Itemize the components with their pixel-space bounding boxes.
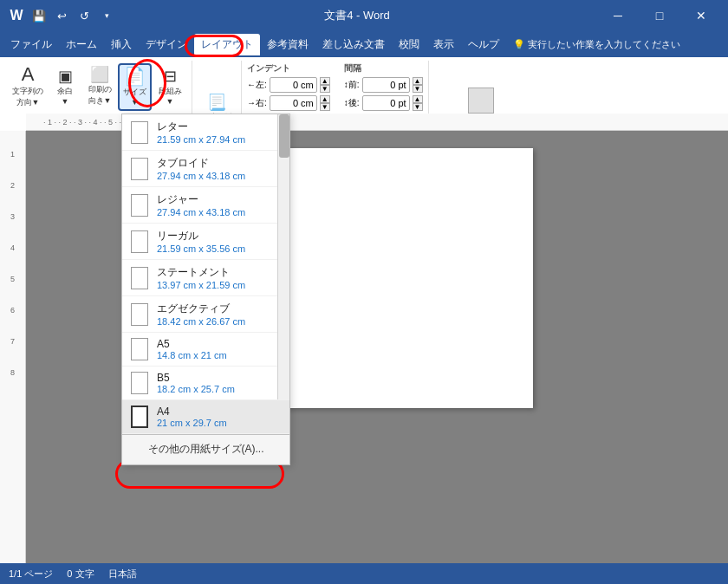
qat-dropdown-button[interactable]: ▾: [97, 6, 116, 25]
status-bar: 1/1 ページ 0 文字 日本語: [0, 563, 728, 584]
menu-view[interactable]: 表示: [426, 34, 461, 55]
size-item-b5[interactable]: B5 18.2 cm x 25.7 cm: [122, 367, 289, 400]
ruler-v-2: 2: [0, 178, 25, 193]
indent-left-down[interactable]: ▼: [320, 85, 330, 93]
minimize-button[interactable]: ─: [598, 0, 638, 31]
a5-thumb: [131, 338, 148, 360]
columns-icon: ⊟: [164, 68, 177, 84]
text-direction-button[interactable]: A 文字列の方向▼: [9, 62, 47, 111]
menu-design[interactable]: デザイン: [139, 34, 194, 55]
menu-layout[interactable]: レイアウト: [194, 34, 260, 55]
b5-text: B5 18.2 cm x 25.7 cm: [157, 372, 235, 394]
restore-button[interactable]: □: [640, 0, 679, 31]
menu-insert[interactable]: 挿入: [104, 34, 139, 55]
size-item-a4[interactable]: A4 21 cm x 29.7 cm: [122, 400, 289, 434]
save-qat-button[interactable]: 💾: [29, 6, 49, 25]
text-direction-icon: A: [22, 65, 35, 84]
other-paper-size-button[interactable]: その他の用紙サイズ(A)...: [122, 434, 289, 464]
menu-help[interactable]: ヘルプ: [461, 34, 506, 55]
ruler-v-1: 1: [0, 146, 25, 162]
menu-review[interactable]: 校閲: [392, 34, 426, 55]
dropdown-scrollbar-thumb[interactable]: [279, 114, 289, 158]
menu-bar: ファイル ホーム 挿入 デザイン レイアウト 参考資料 差し込み文書 校閲 表示…: [0, 31, 728, 57]
indent-right-up[interactable]: ▲: [320, 95, 330, 103]
ledger-thumb: [131, 194, 148, 217]
size-item-executive[interactable]: エグゼクティブ 18.42 cm x 26.67 cm: [122, 296, 289, 333]
margins-icon: ▣: [58, 68, 73, 84]
position-thumb1: [468, 88, 494, 114]
ledger-text: レジャー 27.94 cm x 43.18 cm: [157, 192, 245, 217]
redo-qat-button[interactable]: ↺: [75, 6, 94, 25]
menu-home[interactable]: ホーム: [59, 34, 104, 55]
indent-title: インデント: [247, 62, 330, 75]
status-words: 0 文字: [67, 568, 94, 581]
ruler-v-7: 7: [0, 334, 25, 349]
b5-thumb: [131, 372, 148, 394]
spacing-before-down[interactable]: ▼: [413, 85, 423, 93]
ruler-vertical: 1 2 3 4 5 6 7 8: [0, 131, 26, 563]
indent-left-label: ←左:: [247, 79, 267, 91]
ruler-v-6: 6: [0, 302, 25, 318]
indent-left-row: ←左: ▲ ▼: [247, 77, 330, 93]
spacing-before-up[interactable]: ▲: [413, 77, 423, 85]
size-item-legal[interactable]: リーガル 21.59 cm x 35.56 cm: [122, 224, 289, 260]
status-page: 1/1 ページ: [9, 568, 53, 581]
spacing-before-spinners: ▲ ▼: [413, 77, 423, 93]
indent-right-spinners: ▲ ▼: [320, 95, 330, 111]
menu-search[interactable]: 💡 実行したい作業を入力してください: [506, 35, 687, 55]
ruler-v-4: 4: [0, 240, 25, 256]
title-bar: W 💾 ↩ ↺ ▾ 文書4 - Word ─ □ ✕: [0, 0, 728, 31]
menu-file[interactable]: ファイル: [3, 34, 59, 55]
spacing-title: 間隔: [344, 62, 423, 75]
spacing-after-up[interactable]: ▲: [413, 95, 423, 103]
letter-thumb: [131, 121, 148, 144]
word-icon: W: [7, 6, 26, 25]
undo-qat-button[interactable]: ↩: [52, 6, 71, 25]
size-item-ledger[interactable]: レジャー 27.94 cm x 43.18 cm: [122, 187, 289, 224]
close-button[interactable]: ✕: [681, 0, 721, 31]
indent-left-up[interactable]: ▲: [320, 77, 330, 85]
orientation-button[interactable]: ⬜ 印刷の向き▼: [83, 64, 116, 109]
letter-text: レター 21.59 cm x 27.94 cm: [157, 120, 245, 145]
spacing-after-input[interactable]: [362, 95, 410, 111]
size-icon: 📄: [124, 68, 146, 85]
spacing-after-down[interactable]: ▼: [413, 103, 423, 111]
size-item-statement[interactable]: ステートメント 13.97 cm x 21.59 cm: [122, 260, 289, 296]
tabloid-thumb: [131, 158, 148, 180]
size-dropdown: レター 21.59 cm x 27.94 cm タブロイド 27.94 cm x…: [121, 114, 290, 465]
dropdown-scrollbar[interactable]: [277, 114, 289, 399]
indent-left-spinners: ▲ ▼: [320, 77, 330, 93]
statement-text: ステートメント 13.97 cm x 21.59 cm: [157, 265, 245, 290]
margins-button[interactable]: ▣ 余白▼: [49, 66, 81, 108]
indent-right-row: →右: ▲ ▼: [247, 95, 330, 111]
size-item-a5[interactable]: A5 14.8 cm x 21 cm: [122, 333, 289, 367]
spacing-before-input[interactable]: [362, 77, 410, 93]
ribbon-page-setup-buttons: A 文字列の方向▼ ▣ 余白▼ ⬜ 印刷の向き▼ 📄 サイズ▼ ⊟ 段組み▼: [9, 62, 186, 111]
indent-right-down[interactable]: ▼: [320, 103, 330, 111]
executive-thumb: [131, 303, 148, 326]
indent-right-input[interactable]: [270, 95, 317, 111]
a4-text: A4 21 cm x 29.7 cm: [157, 406, 227, 428]
spacing-before-row: ↕前: ▲ ▼: [344, 77, 423, 93]
menu-references[interactable]: 参考資料: [260, 34, 315, 55]
legal-text: リーガル 21.59 cm x 35.56 cm: [157, 229, 245, 254]
menu-mailings[interactable]: 差し込み文書: [315, 34, 392, 55]
spacing-after-spinners: ▲ ▼: [413, 95, 423, 111]
orientation-icon: ⬜: [90, 67, 109, 82]
indent-right-label: →右:: [247, 97, 267, 109]
tabloid-text: タブロイド 27.94 cm x 43.18 cm: [157, 156, 245, 181]
spacing-section: 間隔 ↕前: ▲ ▼ ↕後: ▲ ▼: [344, 62, 423, 111]
legal-thumb: [131, 230, 148, 253]
size-item-letter[interactable]: レター 21.59 cm x 27.94 cm: [122, 114, 289, 151]
spacing-after-label: ↕後:: [344, 97, 360, 109]
columns-button[interactable]: ⊟ 段組み▼: [153, 66, 186, 108]
size-button[interactable]: 📄 サイズ▼: [118, 63, 152, 111]
size-item-tabloid[interactable]: タブロイド 27.94 cm x 43.18 cm: [122, 151, 289, 187]
dropdown-scroll-area: レター 21.59 cm x 27.94 cm タブロイド 27.94 cm x…: [122, 114, 289, 434]
title-bar-left: W 💾 ↩ ↺ ▾: [7, 6, 116, 25]
genkou-icon: 📃: [207, 94, 226, 110]
ruler-v-5: 5: [0, 271, 25, 287]
indent-left-input[interactable]: [270, 77, 317, 93]
executive-text: エグゼクティブ 18.42 cm x 26.67 cm: [157, 302, 245, 327]
title-bar-title: 文書4 - Word: [116, 8, 598, 23]
